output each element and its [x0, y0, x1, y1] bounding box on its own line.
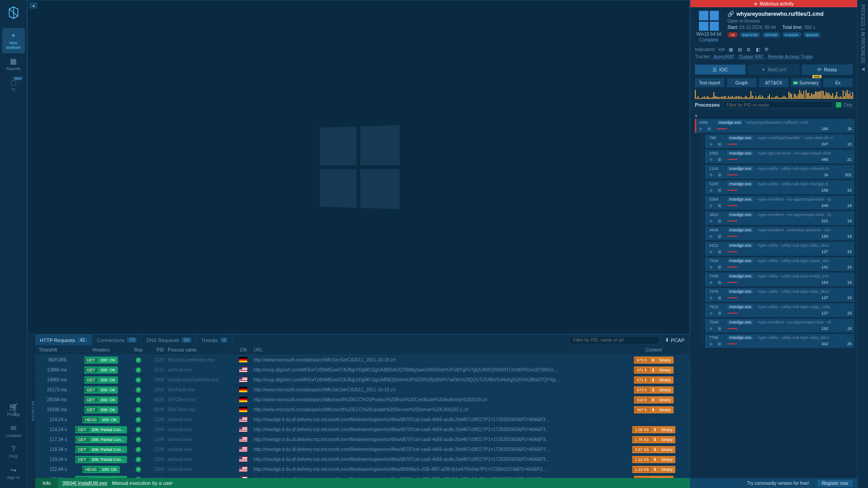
process-filter-input[interactable]	[723, 101, 832, 108]
http-row[interactable]: 28186 ms GET200: OK ✓ 6028 SIHClient.exe…	[35, 405, 690, 415]
malconf-button[interactable]: ✦MalConf	[748, 65, 799, 75]
process-card[interactable]: 7416 msedge.exe --type=utility --utility…	[705, 257, 854, 271]
process-card[interactable]: 1144 msedge.exe --type=utility --utility…	[705, 165, 854, 179]
process-card[interactable]: 5220 msedge.exe --type=utility --utility…	[705, 180, 854, 194]
bulb-icon[interactable]: ◈	[709, 234, 715, 239]
content-badge[interactable]: 407 b⬇binary	[634, 406, 673, 413]
http-row[interactable]: 117.34 s GET206: Partial Con... ✓ 1184 s…	[35, 435, 690, 445]
report-tab-attck[interactable]: ATT&CK	[759, 78, 788, 87]
col-content[interactable]: Content	[618, 347, 690, 352]
cell-url[interactable]: http://msedge.b.tlu.dl.delivery.mp.micro…	[251, 437, 618, 442]
info-icon[interactable]: ▣	[717, 326, 723, 331]
col-pid[interactable]: PID	[145, 347, 168, 352]
sidebar-item-new-analysis[interactable]: +New analysis	[2, 28, 25, 53]
expand-toggle[interactable]: ▴	[29, 2, 38, 9]
cell-url[interactable]: http://msedge.b.tlu.dl.delivery.mp.micro…	[251, 457, 618, 462]
tag-rat[interactable]: rat	[727, 32, 738, 38]
info-icon[interactable]: ▣	[717, 157, 723, 162]
process-card[interactable]: 7428 msedge.exe --type=utility --utility…	[705, 272, 854, 286]
bulb-icon[interactable]: ◈	[709, 326, 715, 331]
bulb-icon[interactable]: ◈	[709, 310, 715, 316]
tab-threats[interactable]: Threats4	[196, 335, 232, 345]
cell-url[interactable]: http://www.microsoft.com/pkiops/crl/MicS…	[251, 357, 618, 362]
process-icon[interactable]: ◧	[755, 46, 761, 52]
cell-url[interactable]: http://msedge.b.tlu.dl.delivery.mp.micro…	[251, 447, 618, 452]
cell-headers[interactable]: GET200: OK	[71, 406, 132, 413]
app-logo[interactable]	[5, 5, 22, 21]
bulb-icon[interactable]: ◈	[709, 249, 715, 254]
info-icon[interactable]: ▣	[717, 249, 723, 254]
http-row[interactable]: 118.34 s GET206: Partial Con... ✓ 1184 s…	[35, 445, 690, 455]
cell-url[interactable]: http://msedge.b.tlu.dl.delivery.mp.micro…	[251, 467, 618, 472]
cell-headers[interactable]: GET206: Partial Con...	[71, 456, 132, 463]
bulb-icon[interactable]: ◈	[709, 172, 715, 178]
cell-url[interactable]: http://www.microsoft.com/pkiops/crl/Micr…	[251, 397, 618, 402]
register-button[interactable]: Register now	[817, 480, 853, 487]
code-icon[interactable]: </>	[718, 46, 725, 52]
process-card[interactable]: 4648 msedge.exe --type=renderer --extens…	[705, 226, 854, 240]
process-card[interactable]: 7512 msedge.exe --type=utility --utility…	[705, 303, 854, 317]
process-card[interactable]: 6212 msedge.exe --type=utility --utility…	[705, 242, 854, 256]
cell-headers[interactable]: GET200: OK	[71, 386, 132, 394]
process-list[interactable]: ▾ 1556 msedge.exe "whyareyouherewho.ru/f…	[690, 110, 857, 488]
http-row[interactable]: BEFORE GET200: OK ✓ 2120 MoUsoCoreWorker…	[35, 355, 690, 365]
bulb-icon[interactable]: ◈	[709, 264, 715, 270]
http-row[interactable]: 19965 ms GET200: OK ✓ 7868 backgroundTas…	[35, 375, 690, 385]
col-process[interactable]: Process name	[168, 347, 236, 352]
bulb-icon[interactable]: ◈	[709, 341, 715, 347]
only-important-toggle[interactable]: Only	[836, 102, 853, 108]
content-badge[interactable]: 471 b⬇binary	[634, 376, 673, 384]
col-timeshift[interactable]: Timeshift	[35, 347, 71, 352]
file-icon[interactable]: 🗎	[745, 46, 752, 52]
bulb-icon[interactable]: ◈	[709, 280, 715, 285]
content-badge[interactable]: 471 b⬇binary	[634, 366, 673, 374]
tracker-link[interactable]: AsyncRAT	[713, 54, 735, 59]
cell-url[interactable]: http://msedge.b.tlu.dl.delivery.mp.micro…	[251, 427, 618, 432]
sidebar-item-ti[interactable]: ◌TInew	[2, 75, 25, 96]
cell-headers[interactable]: GET200: OK	[71, 396, 132, 404]
tag-asyncrat[interactable]: asyncrat	[740, 32, 760, 38]
cell-headers[interactable]: GET206: Partial Con...	[71, 436, 132, 443]
content-badge[interactable]: 1.22 Kb⬇binary	[632, 466, 675, 473]
network-rows[interactable]: BEFORE GET200: OK ✓ 2120 MoUsoCoreWorker…	[35, 355, 690, 478]
bulb-icon[interactable]: ◈	[709, 157, 715, 162]
process-card[interactable]: 796 msedge.exe --type=crashpad-handler "…	[705, 134, 854, 148]
bulb-icon[interactable]: ◈	[709, 203, 715, 208]
pcap-button[interactable]: ⬇ PCAP	[660, 337, 690, 343]
registry-icon[interactable]: ▤	[736, 46, 743, 52]
http-row[interactable]: 122.44 s GET206: Partial Con... ✓ 1184 s…	[35, 474, 690, 478]
shield-icon[interactable]: ⛨	[764, 46, 770, 52]
cell-url[interactable]: http://msedge.b.tlu.dl.delivery.mp.micro…	[251, 417, 618, 422]
bulb-icon[interactable]: ◈	[709, 218, 715, 224]
info-icon[interactable]: ▣	[717, 234, 723, 239]
col-rep[interactable]: Rep	[132, 347, 145, 352]
vm-screen[interactable]: ▴	[27, 0, 690, 334]
info-icon[interactable]: ▣	[717, 280, 723, 285]
bulb-icon[interactable]: ◈	[699, 126, 704, 131]
info-icon[interactable]: ▣	[717, 264, 723, 270]
info-icon[interactable]: ▣	[717, 141, 723, 147]
network-icon[interactable]: ▦	[727, 46, 734, 52]
tag-remote[interactable]: remote	[762, 32, 780, 38]
ioc-button[interactable]: ☰IOC	[695, 65, 745, 75]
content-badge[interactable]: 1.75 Kb⬇binary	[632, 436, 675, 443]
tag-evasion[interactable]: evasion	[782, 32, 802, 38]
http-row[interactable]: 25173 ms GET200: OK ✓ 3256 WerFault.exe …	[35, 385, 690, 395]
info-icon[interactable]: ▣	[717, 295, 723, 300]
rail-files[interactable]: FILES	[13, 405, 17, 417]
info-icon[interactable]: ▣	[717, 310, 723, 316]
try-community-link[interactable]: Try community version for free!	[747, 481, 809, 486]
sidebar-item-faq[interactable]: ?FAQ	[2, 441, 25, 462]
cell-headers[interactable]: GET200: OK	[71, 376, 132, 384]
bulb-icon[interactable]: ◈	[709, 141, 715, 147]
tag-quasar[interactable]: quasar	[803, 32, 821, 38]
http-row[interactable]: 13866 ms GET200: OK ✓ 6112 svchost.exe h…	[35, 365, 690, 375]
report-tab-graph[interactable]: Graph	[727, 78, 756, 87]
cell-headers[interactable]: HEAD200: OK	[71, 416, 132, 423]
sidebar-item-contacts[interactable]: ✉Contacts	[2, 420, 25, 441]
col-url[interactable]: URL	[251, 347, 618, 352]
tab-dns-requests[interactable]: DNS Requests66	[142, 335, 196, 345]
col-headers[interactable]: Headers	[71, 347, 132, 352]
content-badge[interactable]: 973 b⬇binary	[634, 357, 673, 364]
restart-button[interactable]: ⟳Resta	[802, 65, 853, 75]
